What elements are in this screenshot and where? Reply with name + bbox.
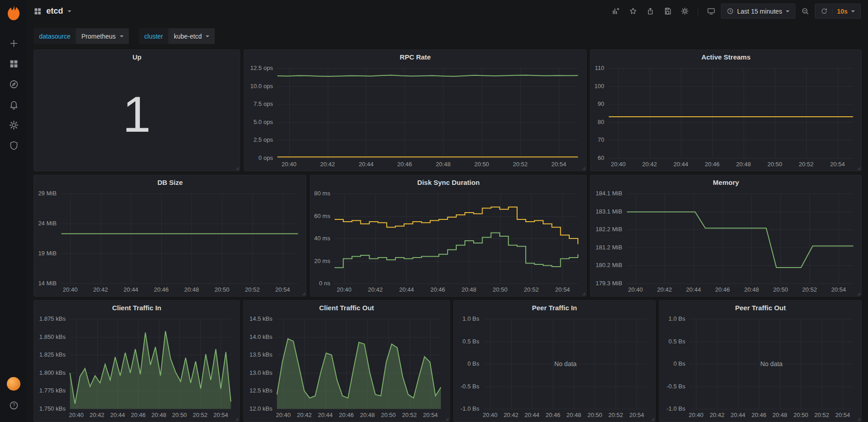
cycle-view-mode-button[interactable]: [704, 4, 719, 19]
y-axis-label: 20 ms: [313, 258, 330, 265]
favorite-button[interactable]: [626, 4, 641, 19]
save-button[interactable]: [660, 4, 675, 19]
navbar-divider: [698, 7, 698, 16]
y-axis-label: 7.5 ops: [247, 100, 273, 108]
x-axis-label: 20:42: [657, 286, 672, 293]
panel-title-text: Peer Traffic In: [532, 304, 577, 312]
x-axis-label: 20:54: [835, 412, 850, 418]
panel-row-2: DB Size 14 MiB19 MiB24 MiB29 MiB20:4020:…: [34, 175, 862, 297]
panel-header-rpc-rate[interactable]: RPC Rate: [244, 50, 586, 64]
x-axis-label: 20:42: [642, 161, 657, 168]
caret-down-icon: [851, 10, 855, 12]
rpc-rate-chart[interactable]: 0 ops2.5 ops5.0 ops7.5 ops10.0 ops12.5 o…: [247, 64, 583, 169]
x-axis-label: 20:46: [751, 412, 766, 418]
disk-sync-duration-chart[interactable]: 0 ns20 ms40 ms60 ms80 ms20:4020:4220:442…: [313, 189, 583, 294]
panel-header-disk-sync-duration[interactable]: Disk Sync Duration: [311, 175, 586, 189]
x-axis-label: 20:54: [213, 412, 228, 418]
panel-header-active-streams[interactable]: Active Streams: [591, 50, 861, 64]
x-axis-label: 20:40: [337, 286, 352, 293]
x-axis-label: 20:50: [493, 286, 508, 293]
variable-value: Prometheus: [81, 33, 115, 40]
x-axis-label: 20:52: [608, 412, 623, 418]
db-size-chart[interactable]: 14 MiB19 MiB24 MiB29 MiB20:4020:4220:442…: [37, 189, 303, 294]
series-green-fill: [277, 339, 441, 409]
memory-chart[interactable]: 179.3 MiB180.2 MiB181.2 MiB182.2 MiB183.…: [593, 189, 858, 294]
x-axis-label: 20:40: [281, 161, 296, 168]
y-axis-label: 0 Bs: [662, 360, 685, 367]
x-axis-label: 20:54: [830, 161, 845, 168]
dashboard-content: datasource Prometheus cluster kube-etcd …: [27, 22, 868, 422]
x-axis-label: 20:44: [673, 161, 688, 168]
add-panel-button[interactable]: [608, 4, 623, 19]
x-axis-label: 20:48: [360, 412, 375, 418]
y-axis-label: 29 MiB: [37, 190, 57, 197]
x-axis-label: 20:46: [131, 412, 146, 418]
grafana-logo-icon[interactable]: [5, 4, 23, 22]
panel-header-peer-traffic-out[interactable]: Peer Traffic Out: [660, 301, 861, 314]
variable-value-dropdown[interactable]: Prometheus: [76, 28, 128, 44]
dashboard-title-dropdown[interactable]: etcd: [34, 6, 71, 16]
gear-icon: [9, 120, 19, 130]
active-streams-chart[interactable]: 6070809010011020:4020:4220:4420:4620:482…: [593, 64, 858, 169]
sidebar-item-server-admin[interactable]: [3, 135, 25, 156]
y-axis-label: 181.2 MiB: [593, 244, 622, 251]
compass-icon: [9, 79, 19, 89]
panel-header-client-traffic-in[interactable]: Client Traffic In: [34, 301, 239, 314]
dashboard-squares-icon: [34, 7, 42, 15]
client-traffic-out-chart[interactable]: 12.0 kBs12.5 kBs13.0 kBs13.5 kBs14.0 kBs…: [247, 314, 446, 420]
y-axis-label: 2.5 ops: [247, 136, 273, 144]
sidebar-item-alerting[interactable]: [3, 94, 25, 115]
y-axis-label: 110: [593, 65, 604, 72]
peer-traffic-in-chart[interactable]: -1.0 Bs-0.5 Bs0 Bs0.5 Bs1.0 Bs20:4020:42…: [457, 314, 653, 420]
panel-header-up[interactable]: Up: [34, 50, 240, 64]
panel-header-client-traffic-out[interactable]: Client Traffic Out: [244, 301, 449, 314]
gridline: [609, 158, 853, 159]
sidebar-item-help[interactable]: ?: [3, 395, 25, 416]
panel-active-streams: Active Streams 6070809010011020:4020:422…: [590, 50, 862, 171]
x-axis-label: 20:54: [555, 286, 570, 293]
dashboard-settings-button[interactable]: [677, 4, 692, 19]
x-axis-label: 20:48: [184, 286, 199, 293]
x-axis-label: 20:46: [715, 286, 730, 293]
x-axis-label: 20:50: [215, 286, 230, 293]
y-axis-label: 0.5 Bs: [662, 338, 685, 345]
sidebar-item-configuration[interactable]: [3, 115, 25, 135]
x-axis-label: 20:54: [629, 412, 644, 418]
y-axis-label: 180.2 MiB: [593, 262, 622, 269]
panel-title-text: DB Size: [158, 179, 183, 186]
y-axis-label: 10.0 ops: [247, 83, 273, 90]
y-axis-label: 40 ms: [313, 235, 330, 242]
x-axis-label: 20:40: [628, 286, 643, 293]
x-axis-label: 20:42: [89, 412, 104, 418]
panel-header-db-size[interactable]: DB Size: [34, 175, 306, 189]
series-yellow: [335, 207, 578, 244]
share-button[interactable]: [643, 4, 658, 19]
client-traffic-in-chart[interactable]: 1.750 kBs1.775 kBs1.800 kBs1.825 kBs1.85…: [37, 314, 237, 420]
panel-memory: Memory 179.3 MiB180.2 MiB181.2 MiB182.2 …: [590, 175, 862, 297]
user-avatar[interactable]: [7, 377, 20, 391]
x-axis-label: 20:40: [63, 286, 78, 293]
gridline: [484, 409, 647, 409]
y-axis-label: 24 MiB: [37, 220, 57, 227]
time-range-picker[interactable]: Last 15 minutes: [721, 4, 795, 19]
top-navbar: etcd Last 15: [27, 0, 868, 22]
sidebar-item-create[interactable]: [3, 33, 25, 54]
gridline: [335, 283, 578, 284]
panel-client-traffic-in: Client Traffic In 1.750 kBs1.775 kBs1.80…: [34, 300, 240, 422]
main-area: etcd Last 15: [27, 0, 868, 422]
zoom-out-button[interactable]: [798, 4, 813, 19]
sidebar-item-dashboards[interactable]: [3, 54, 25, 74]
peer-traffic-out-chart[interactable]: -1.0 Bs-0.5 Bs0 Bs0.5 Bs1.0 Bs20:4020:42…: [662, 314, 858, 420]
x-axis-label: 20:44: [730, 412, 745, 418]
series-green: [627, 212, 853, 267]
y-axis-label: 1.825 kBs: [37, 351, 65, 358]
sidebar-item-explore[interactable]: [3, 74, 25, 94]
gridline: [61, 283, 298, 284]
variable-value-dropdown[interactable]: kube-etcd: [168, 28, 215, 44]
y-axis-label: 90: [593, 100, 604, 108]
caret-down-icon: [206, 35, 209, 37]
panel-header-memory[interactable]: Memory: [591, 175, 861, 189]
refresh-picker[interactable]: 10s: [815, 4, 861, 19]
variable-label: datasource: [34, 28, 76, 44]
panel-header-peer-traffic-in[interactable]: Peer Traffic In: [454, 301, 656, 314]
